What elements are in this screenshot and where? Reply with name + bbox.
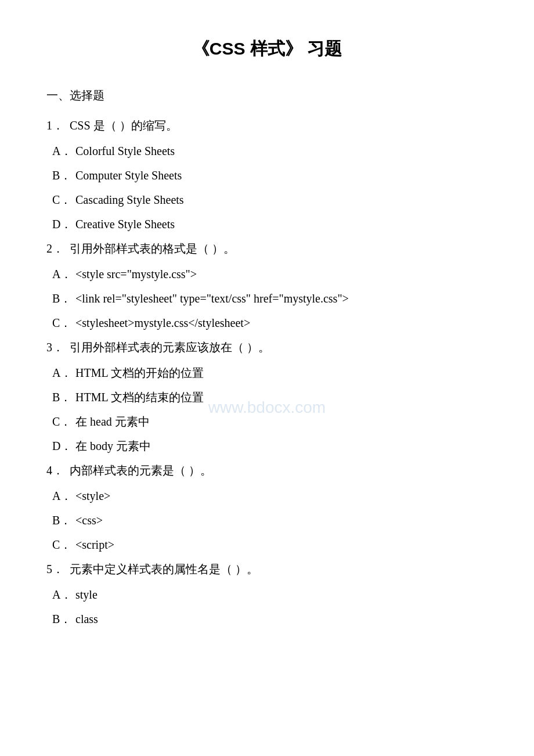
- question-number-3: 3．: [46, 338, 70, 357]
- option-1-1: A．Colorful Style Sheets: [46, 142, 488, 160]
- question-number-5: 5．: [46, 560, 70, 578]
- question-row-3: 3．引用外部样式表的元素应该放在（ ）。: [46, 338, 488, 357]
- question-row-2: 2．引用外部样式表的格式是（ ）。: [46, 239, 488, 258]
- question-row-1: 1．CSS 是（ ）的缩写。: [46, 116, 488, 135]
- option-letter-4-3: C．: [52, 535, 75, 554]
- question-number-1: 1．: [46, 116, 70, 135]
- option-letter-3-4: D．: [52, 437, 75, 455]
- option-letter-1-1: A．: [52, 142, 75, 160]
- question-2: 2．引用外部样式表的格式是（ ）。A．<style src="mystyle.c…: [46, 239, 488, 332]
- option-letter-5-2: B．: [52, 610, 75, 628]
- option-text-3-1: HTML 文档的开始的位置: [75, 363, 488, 382]
- question-text-1: CSS 是（ ）的缩写。: [70, 116, 488, 135]
- question-number-2: 2．: [46, 239, 70, 258]
- option-letter-3-1: A．: [52, 363, 75, 382]
- option-4-1: A．<style>: [46, 487, 488, 505]
- option-3-1: A．HTML 文档的开始的位置: [46, 363, 488, 382]
- question-5: 5．元素中定义样式表的属性名是（ ）。A．styleB．class: [46, 560, 488, 628]
- option-text-4-3: <script>: [75, 535, 488, 554]
- option-letter-2-3: C．: [52, 314, 75, 332]
- option-letter-1-4: D．: [52, 215, 75, 233]
- question-row-4: 4．内部样式表的元素是（ ）。: [46, 461, 488, 480]
- option-text-1-1: Colorful Style Sheets: [75, 142, 488, 160]
- question-3: 3．引用外部样式表的元素应该放在（ ）。A．HTML 文档的开始的位置B．HTM…: [46, 338, 488, 455]
- option-letter-2-2: B．: [52, 289, 75, 308]
- option-letter-2-1: A．: [52, 265, 75, 283]
- option-text-4-2: <css>: [75, 511, 488, 530]
- option-letter-1-3: C．: [52, 190, 75, 209]
- question-text-2: 引用外部样式表的格式是（ ）。: [70, 239, 488, 258]
- option-letter-3-3: C．: [52, 412, 75, 431]
- question-4: 4．内部样式表的元素是（ ）。A．<style>B．<css>C．<script…: [46, 461, 488, 554]
- option-3-4: D．在 body 元素中: [46, 437, 488, 455]
- option-letter-3-2: B．: [52, 388, 75, 406]
- question-text-4: 内部样式表的元素是（ ）。: [70, 461, 488, 480]
- option-letter-1-2: B．: [52, 166, 75, 185]
- question-1: 1．CSS 是（ ）的缩写。A．Colorful Style SheetsB．C…: [46, 116, 488, 233]
- option-text-4-1: <style>: [75, 487, 488, 505]
- question-number-4: 4．: [46, 461, 70, 480]
- option-3-2: B．HTML 文档的结束的位置: [46, 388, 488, 406]
- questions-container: 1．CSS 是（ ）的缩写。A．Colorful Style SheetsB．C…: [46, 116, 488, 628]
- option-text-3-4: 在 body 元素中: [75, 437, 488, 455]
- option-text-2-2: <link rel="stylesheet" type="text/css" h…: [75, 289, 488, 308]
- question-row-5: 5．元素中定义样式表的属性名是（ ）。: [46, 560, 488, 578]
- option-2-2: B．<link rel="stylesheet" type="text/css"…: [46, 289, 488, 308]
- option-text-3-3: 在 head 元素中: [75, 412, 488, 431]
- option-text-1-2: Computer Style Sheets: [75, 166, 488, 185]
- option-4-2: B．<css>: [46, 511, 488, 530]
- question-text-3: 引用外部样式表的元素应该放在（ ）。: [70, 338, 488, 357]
- option-5-1: A．style: [46, 585, 488, 604]
- option-1-4: D．Creative Style Sheets: [46, 215, 488, 233]
- option-text-5-2: class: [75, 610, 488, 628]
- option-1-2: B．Computer Style Sheets: [46, 166, 488, 185]
- option-letter-5-1: A．: [52, 585, 75, 604]
- page-title: 《CSS 样式》 习题: [46, 35, 488, 63]
- question-text-5: 元素中定义样式表的属性名是（ ）。: [70, 560, 488, 578]
- option-3-3: C．在 head 元素中: [46, 412, 488, 431]
- option-2-1: A．<style src="mystyle.css">: [46, 265, 488, 283]
- option-4-3: C．<script>: [46, 535, 488, 554]
- option-text-1-4: Creative Style Sheets: [75, 215, 488, 233]
- option-1-3: C．Cascading Style Sheets: [46, 190, 488, 209]
- option-letter-4-1: A．: [52, 487, 75, 505]
- option-text-2-1: <style src="mystyle.css">: [75, 265, 488, 283]
- option-2-3: C．<stylesheet>mystyle.css</stylesheet>: [46, 314, 488, 332]
- section-header: 一、选择题: [46, 86, 488, 105]
- option-5-2: B．class: [46, 610, 488, 628]
- option-text-2-3: <stylesheet>mystyle.css</stylesheet>: [75, 314, 488, 332]
- option-text-3-2: HTML 文档的结束的位置: [75, 388, 488, 406]
- option-letter-4-2: B．: [52, 511, 75, 530]
- option-text-1-3: Cascading Style Sheets: [75, 190, 488, 209]
- option-text-5-1: style: [75, 585, 488, 604]
